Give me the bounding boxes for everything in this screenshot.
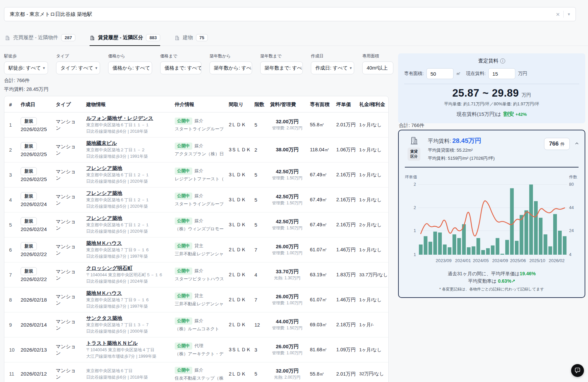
building-name-link[interactable]: クロッシング明石町 (86, 265, 169, 272)
area-cell: 118.04㎡ (307, 137, 334, 162)
deal-type: 媒介 (195, 168, 203, 173)
chevron-up-icon[interactable] (574, 141, 579, 147)
building-station: 日比谷線築地徒歩5分 | 2020年築 (86, 229, 169, 234)
building-name-link[interactable]: フレンシア築地 (86, 190, 169, 197)
layout-cell: 2ＬＤＫ (226, 362, 252, 382)
created-date-cell: 新規2026/02/24 (18, 187, 53, 212)
table-row[interactable]: 4新規2026/02/24マンションフレンシア築地東京都中央区築地６丁目１２－１… (4, 187, 389, 212)
column-header: 階数 (252, 96, 267, 112)
tab-rental-history[interactable]: 賃貸履歴 - 近隣区分883 (90, 30, 160, 46)
area-input[interactable] (426, 68, 454, 79)
svg-text:4: 4 (569, 252, 571, 257)
building-station: 日比谷線築地徒歩7分 | 1997年築 (86, 304, 169, 309)
floor-cell: 5 (252, 362, 267, 382)
floor-cell: 5 (252, 187, 267, 212)
building-name-link[interactable]: フレンシア築地 (86, 215, 169, 222)
filter-select[interactable]: 駅徒歩: すべて▼ (4, 61, 48, 74)
clear-icon[interactable]: ✕ (556, 12, 560, 17)
table-row[interactable]: 102026/02/13マンショントラスト築地ＫＮビル〒1040045 東京都中… (4, 337, 389, 362)
broker-company: スターツピタットハウス（ (175, 276, 223, 282)
building-address: 東京都中央区築地７丁目９－１６ (86, 247, 169, 253)
floor-cell: 7 (252, 237, 267, 262)
table-row[interactable]: 6新規2026/02/22マンション築地ＭＫハウス東京都中央区築地７丁目９－１６… (4, 237, 389, 262)
table-row[interactable]: 7新規2026/02/22マンションクロッシング明石町〒1040044 東京都中… (4, 262, 389, 287)
created-date-cell: 新規2026/02/25 (18, 137, 53, 162)
chat-button[interactable]: ? (571, 364, 584, 377)
filter-label: 築年数から (210, 53, 252, 59)
building-name-link[interactable]: フレンシア築地 (86, 165, 169, 172)
table-row[interactable]: 82026/02/18マンション築地ＭＫハウス東京都中央区築地７丁目９－１６日比… (4, 287, 389, 312)
created-date-cell: 新規2026/02/25 (18, 162, 53, 187)
filter-4: 築年数から築年数から: すべ▼ (210, 53, 252, 74)
area-cell: 67.49㎡ (307, 212, 334, 237)
building-name-link[interactable]: サンクタス築地 (86, 315, 169, 322)
building-icon (409, 136, 419, 145)
table-row[interactable]: 112026/02/12マンション東京都中央区築地６丁目日比谷線築地徒歩6分 |… (4, 362, 389, 382)
search-input[interactable] (4, 11, 556, 17)
deal-type: 媒介 (195, 367, 203, 373)
building-name-link[interactable]: トラスト築地ＫＮビル (86, 340, 169, 347)
layout-cell: 2ＬＤＫ (226, 237, 252, 262)
tab-bar: 売買履歴 - 近隣物件287賃貸履歴 - 近隣区分883建物75 (0, 30, 588, 46)
created-date-cell: 新規2026/02/22 (18, 262, 53, 287)
filter-select[interactable]: 40m²以上 (362, 61, 393, 74)
building-name-link[interactable]: 築地國末ビル (86, 140, 169, 147)
info-icon[interactable]: i (500, 58, 505, 63)
broker-cell: 公開中媒介（株）ルームコネクト (172, 312, 226, 337)
row-number: 10 (4, 337, 18, 362)
unit-price-cell: 2.16万円 (334, 162, 357, 187)
open-status-badge: 公開中 (175, 218, 192, 225)
count-button[interactable]: 766件 (544, 138, 570, 150)
table-row[interactable]: 5新規2026/02/24マンションフレンシア築地東京都中央区築地６丁目１２－１… (4, 212, 389, 237)
filter-1: タイプタイプ: すべて▼ (56, 53, 100, 74)
column-header: 作成日 (18, 96, 53, 112)
floor-cell: 2 (252, 137, 267, 162)
rental-kubun-badge: 賃貸 区分 (408, 148, 420, 161)
layout-cell: 2ＬＤＫ (226, 312, 252, 337)
table-row[interactable]: 1新規2026/02/25マンションルフォン築地ザ・レジデンス東京都中央区築地６… (4, 112, 389, 137)
layout-cell: 3ＬＤＫ (226, 212, 252, 237)
table-row[interactable]: 3新規2026/02/25マンションフレンシア築地東京都中央区築地６丁目１２－１… (4, 162, 389, 187)
type-cell: マンション (53, 162, 83, 187)
rent-amount: 26.00万円 (270, 294, 304, 300)
rent-cell: 33.70万円光熱: 1.30万円 (267, 262, 307, 287)
created-date: 2026/02/18 (21, 297, 50, 303)
rent-cell: 32.00万円光熱: 2.00万円 (267, 362, 307, 382)
type-cell: マンション (53, 112, 83, 137)
rent-amount: 42.50万円 (270, 194, 304, 200)
layout-cell: 2ＬＤＫ (226, 262, 252, 287)
filter-label: 築年数まで (260, 53, 303, 59)
unit-price-cell: 2.01万円 (334, 112, 357, 137)
created-date: 2026/02/24 (21, 226, 50, 232)
stats-header: 賃貸 区分 平均賃料:28.45万円 平均賃貸面積: 55.22m² 平均賃料:… (405, 136, 579, 165)
building-name-link[interactable]: 築地ＭＫハウス (86, 290, 169, 297)
filter-select[interactable]: 作成日: すべて▼ (311, 61, 354, 74)
filter-select[interactable]: 築年数まで: すべ▼ (260, 61, 303, 74)
deal-type: 媒介 (195, 218, 203, 223)
area-cell: 63.19㎡ (307, 262, 334, 287)
building-cell: 東京都中央区築地６丁目日比谷線築地徒歩6分 | 2018年築 (83, 362, 172, 382)
table-row[interactable]: 92026/02/14マンションサンクタス築地東京都中央区築地７丁目１３－７日比… (4, 312, 389, 337)
rent-amount: 44.00万円 (270, 319, 304, 325)
key-money-cell: 1ヶ月/なし (357, 337, 389, 362)
type-cell: マンション (53, 187, 83, 212)
area-cell: 67.49㎡ (307, 162, 334, 187)
table-row[interactable]: 2新規2026/02/25マンション築地國末ビル東京都中央区築地２丁目１－２日比… (4, 137, 389, 162)
management-fee: 管理費: 1.50万円 (270, 225, 304, 231)
building-name-link[interactable]: ルフォン築地ザ・レジデンス (86, 115, 169, 122)
filter-value: 駅徒歩: すべて (8, 65, 41, 71)
filter-select[interactable]: 築年数から: すべ▼ (210, 61, 252, 74)
tab-buildings[interactable]: 建物75 (174, 30, 207, 46)
filter-select[interactable]: 価格から: すべて▼ (108, 61, 152, 74)
column-header: 建物情報 (83, 96, 172, 112)
filter-label: タイプ (56, 53, 100, 59)
key-money-cell: 2ヶ月/なし (357, 212, 389, 237)
tab-sale-history[interactable]: 売買履歴 - 近隣物件287 (5, 30, 75, 46)
filter-select[interactable]: タイプ: すべて▼ (56, 61, 100, 74)
footer1-prefix: 過去31ヶ月の間に、平均坪単価は (448, 271, 520, 276)
building-address: 東京都中央区築地６丁目１２－１ (86, 172, 169, 178)
building-name-link[interactable]: 築地ＭＫハウス (86, 240, 169, 247)
filter-select[interactable]: 価格まで: すべて▼ (160, 61, 201, 74)
chevron-down-icon[interactable]: ▼ (567, 12, 571, 16)
current-rent-input[interactable] (488, 68, 515, 79)
